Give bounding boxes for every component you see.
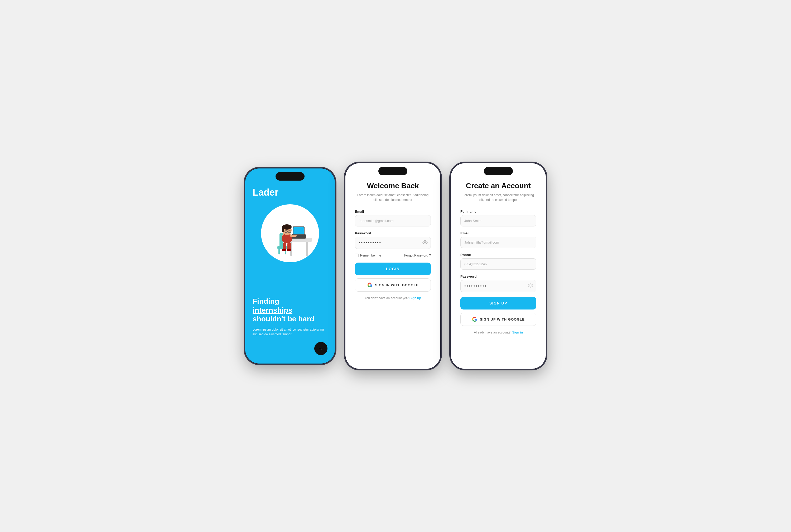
fullname-input[interactable] <box>460 215 536 226</box>
eye-icon[interactable] <box>422 240 428 246</box>
signup-button[interactable]: SIGN UP <box>460 297 536 309</box>
phone-2: Welcome Back Lorem ipsum dolor sit amet,… <box>345 163 440 369</box>
dynamic-island-1 <box>276 172 304 180</box>
signup-subtitle: Lorem ipsum dolor sit amet, consectetur … <box>460 193 536 202</box>
google-signup-button[interactable]: SIGN UP WITH GOOGLE <box>460 313 536 326</box>
signup-bottom-text: Already have an account? Sign in <box>460 330 536 334</box>
login-bottom-text: You don't have an account yet? Sign up <box>355 296 431 300</box>
svg-rect-15 <box>290 235 297 237</box>
splash-text-area: Finding internships shouldn't be hard Lo… <box>252 270 327 355</box>
login-screen: Welcome Back Lorem ipsum dolor sit amet,… <box>345 163 440 369</box>
phone-2-wrapper: Welcome Back Lorem ipsum dolor sit amet,… <box>345 163 440 369</box>
splash-screen: Lader <box>245 169 335 363</box>
illustration <box>261 204 319 262</box>
email-label: Email <box>355 210 431 213</box>
google-signup-label: SIGN UP WITH GOOGLE <box>480 318 525 321</box>
dynamic-island-2 <box>378 167 407 175</box>
remember-left: Remember me <box>355 253 381 257</box>
email-input[interactable] <box>355 215 431 226</box>
fullname-label: Full name <box>460 210 536 213</box>
google-signin-button[interactable]: SIGN IN WITH GOOGLE <box>355 279 431 291</box>
remember-checkbox[interactable] <box>355 253 359 257</box>
password-group: Password <box>355 231 431 249</box>
signup-email-group: Email <box>460 231 536 248</box>
signup-screen: Create an Account Lorem ipsum dolor sit … <box>451 163 546 369</box>
login-subtitle: Lorem ipsum dolor sit amet, consectetur … <box>355 193 431 202</box>
svg-point-24 <box>530 285 531 286</box>
svg-rect-5 <box>306 241 308 256</box>
svg-rect-9 <box>294 227 304 234</box>
signin-link[interactable]: Sign in <box>512 330 523 334</box>
forgot-password-link[interactable]: Forgot Password ? <box>404 253 431 257</box>
password-input[interactable] <box>355 237 431 249</box>
login-title: Welcome Back <box>355 182 431 190</box>
signup-password-group: Password <box>460 274 536 292</box>
svg-rect-2 <box>279 249 280 254</box>
phone-1-wrapper: Lader <box>245 169 335 363</box>
password-wrapper <box>355 237 431 249</box>
svg-rect-22 <box>287 249 291 251</box>
phone-3-wrapper: Create an Account Lorem ipsum dolor sit … <box>451 163 546 369</box>
phone-input[interactable] <box>460 258 536 270</box>
remember-row: Remember me Forgot Password ? <box>355 253 431 257</box>
phone-3: Create an Account Lorem ipsum dolor sit … <box>451 163 546 369</box>
signup-title: Create an Account <box>460 182 536 190</box>
fullname-group: Full name <box>460 210 536 226</box>
signup-email-label: Email <box>460 231 536 235</box>
svg-rect-14 <box>282 227 284 232</box>
google-signin-label: SIGN IN WITH GOOGLE <box>375 283 419 287</box>
dynamic-island-3 <box>484 167 513 175</box>
google-signup-icon <box>472 317 477 322</box>
password-label: Password <box>355 231 431 235</box>
phone-1: Lader <box>245 169 335 363</box>
splash-heading: Finding internships shouldn't be hard <box>252 297 327 323</box>
login-button[interactable]: LOGIN <box>355 263 431 275</box>
svg-rect-21 <box>282 249 286 251</box>
signup-link[interactable]: Sign up <box>410 296 421 300</box>
svg-point-23 <box>425 242 426 243</box>
phone-label: Phone <box>460 253 536 257</box>
splash-subtext: Lorem ipsum dolor sit amet, consectetur … <box>252 327 327 337</box>
next-button[interactable]: → <box>314 342 327 355</box>
signup-email-input[interactable] <box>460 237 536 248</box>
remember-label: Remember me <box>360 253 381 257</box>
app-title: Lader <box>252 187 327 198</box>
signup-password-input[interactable] <box>460 280 536 292</box>
arrow-icon: → <box>318 346 323 352</box>
signup-eye-icon[interactable] <box>528 283 533 289</box>
signup-password-label: Password <box>460 274 536 279</box>
phones-container: Lader <box>245 163 546 369</box>
signup-password-wrapper <box>460 280 536 292</box>
google-icon <box>367 282 373 288</box>
phone-group: Phone <box>460 253 536 270</box>
email-group: Email <box>355 210 431 226</box>
